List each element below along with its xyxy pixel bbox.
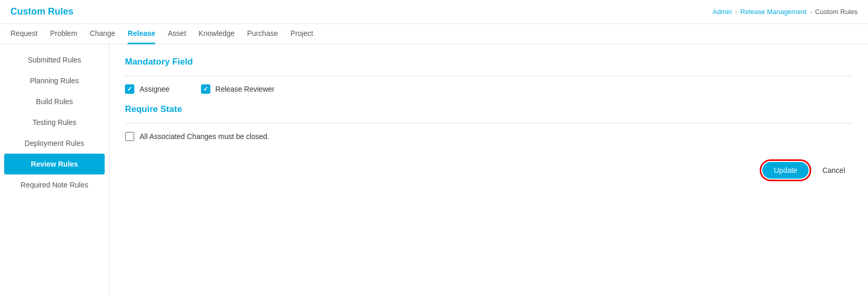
tab-request[interactable]: Request xyxy=(10,24,37,44)
all-changes-label: All Associated Changes must be closed. xyxy=(140,132,269,141)
tab-knowledge[interactable]: Knowledge xyxy=(198,24,234,44)
tab-project[interactable]: Project xyxy=(291,24,313,44)
assignee-label: Assignee xyxy=(140,85,170,93)
release-reviewer-field: Release Reviewer xyxy=(201,84,275,94)
breadcrumb-sep-1: › xyxy=(735,8,737,16)
app-title: Custom Rules xyxy=(10,6,73,17)
require-state-row: All Associated Changes must be closed. xyxy=(125,132,852,141)
all-changes-checkbox[interactable] xyxy=(125,132,134,141)
sidebar-item-submitted-rules[interactable]: Submitted Rules xyxy=(0,49,109,70)
breadcrumb-release-mgmt[interactable]: Release Management xyxy=(740,8,807,16)
require-state-title: Require State xyxy=(125,104,852,115)
sidebar-item-review-rules[interactable]: Review Rules xyxy=(4,154,105,174)
cancel-button[interactable]: Cancel xyxy=(815,162,852,179)
button-row: Update Cancel xyxy=(125,162,852,179)
breadcrumb: Admin › Release Management › Custom Rule… xyxy=(713,8,858,16)
sidebar-item-required-note-rules[interactable]: Required Note Rules xyxy=(0,174,109,195)
main-layout: Submitted Rules Planning Rules Build Rul… xyxy=(0,44,868,296)
breadcrumb-sep-2: › xyxy=(810,8,812,16)
sidebar-item-build-rules[interactable]: Build Rules xyxy=(0,91,109,112)
tab-asset[interactable]: Asset xyxy=(168,24,186,44)
assignee-checkbox[interactable] xyxy=(125,84,134,94)
sidebar-item-planning-rules[interactable]: Planning Rules xyxy=(0,70,109,91)
top-header: Custom Rules Admin › Release Management … xyxy=(0,0,868,24)
content-area: Mandatory Field Assignee Release Reviewe… xyxy=(109,44,868,296)
sidebar-item-testing-rules[interactable]: Testing Rules xyxy=(0,112,109,133)
assignee-field: Assignee xyxy=(125,84,170,94)
tab-navigation: Request Problem Change Release Asset Kno… xyxy=(0,24,868,44)
update-button[interactable]: Update xyxy=(762,162,809,179)
mandatory-divider xyxy=(125,76,852,76)
sidebar-item-deployment-rules[interactable]: Deployment Rules xyxy=(0,133,109,154)
breadcrumb-current: Custom Rules xyxy=(815,8,858,16)
require-state-divider xyxy=(125,123,852,123)
tab-change[interactable]: Change xyxy=(90,24,115,44)
tab-problem[interactable]: Problem xyxy=(50,24,77,44)
release-reviewer-label: Release Reviewer xyxy=(216,85,275,93)
release-reviewer-checkbox[interactable] xyxy=(201,84,210,94)
tab-release[interactable]: Release xyxy=(128,24,155,44)
mandatory-fields-row: Assignee Release Reviewer xyxy=(125,84,852,94)
breadcrumb-admin[interactable]: Admin xyxy=(713,8,732,16)
tab-purchase[interactable]: Purchase xyxy=(247,24,278,44)
sidebar: Submitted Rules Planning Rules Build Rul… xyxy=(0,44,109,296)
mandatory-field-title: Mandatory Field xyxy=(125,57,852,67)
